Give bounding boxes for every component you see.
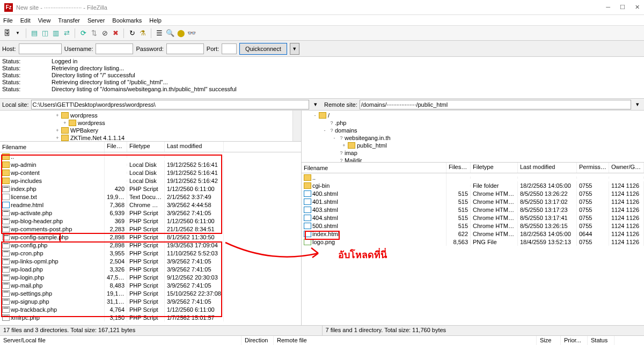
file-row[interactable]: wp-login.php47,597PHP Script9/12/2562 20…	[0, 273, 301, 281]
refresh-icon[interactable]: ⟳	[78, 28, 88, 38]
file-row[interactable]: wp-adminLocal Disk19/12/2562 5:16:41	[0, 160, 301, 168]
tree-node[interactable]: +wordpress	[0, 119, 301, 127]
tree-node[interactable]: ?Maildir	[302, 157, 644, 163]
password-input[interactable]	[166, 43, 204, 54]
search-icon[interactable]: 🔍	[165, 28, 175, 38]
file-row[interactable]: wp-mail.php8,483PHP Script3/9/2562 7:41:…	[0, 281, 301, 289]
scrollbar[interactable]	[292, 111, 301, 141]
toggle-tree-icon[interactable]: ◫	[40, 28, 50, 38]
tree-node[interactable]: +wordpress	[0, 112, 301, 119]
qcol-priority[interactable]: Prior...	[561, 336, 588, 345]
remote-pane: -/?.php-?domains-?websitegang.in.th+publ…	[302, 111, 644, 325]
file-row[interactable]: wp-blog-header.php369PHP Script1/12/2560…	[0, 217, 301, 225]
file-row[interactable]: 401.shtml515Chrome HTML D...8/5/2550 13:…	[302, 197, 644, 205]
menu-transfer[interactable]: Transfer	[58, 17, 80, 24]
file-row[interactable]: wp-includesLocal Disk19/12/2562 5:16:42	[0, 177, 301, 185]
local-path-input[interactable]	[31, 100, 309, 109]
file-row[interactable]: 404.shtml515Chrome HTML D...8/5/2550 13:…	[302, 214, 644, 222]
username-input[interactable]	[96, 43, 133, 54]
col-filesize[interactable]: Filesize	[447, 163, 471, 173]
tree-node[interactable]: -/	[302, 112, 644, 119]
col-filesize[interactable]: Filesize	[105, 142, 127, 152]
remote-tree[interactable]: -/?.php-?domains-?websitegang.in.th+publ…	[302, 111, 644, 163]
maximize-icon[interactable]: ☐	[620, 4, 625, 11]
file-row[interactable]: wp-settings.php19,120PHP Script15/10/256…	[0, 289, 301, 297]
port-input[interactable]	[222, 43, 237, 54]
file-row[interactable]: wp-links-opml.php2,504PHP Script3/9/2562…	[0, 257, 301, 265]
toggle-queue-icon[interactable]: ▥	[51, 28, 61, 38]
binoculars-icon[interactable]: 👓	[187, 28, 196, 38]
toggle-log-icon[interactable]: ▤	[30, 28, 39, 38]
quickconnect-history-button[interactable]: ▼	[290, 43, 299, 55]
file-row[interactable]: ..	[0, 152, 301, 160]
file-row[interactable]: 403.shtml515Chrome HTML D...8/5/2550 13:…	[302, 205, 644, 214]
qcol-size[interactable]: Size	[537, 336, 561, 345]
qcol-server-local[interactable]: Server/Local file	[0, 336, 241, 345]
remote-path-dropdown-icon[interactable]: ▾	[633, 101, 642, 108]
remote-path-input[interactable]	[360, 100, 631, 109]
close-icon[interactable]: ✕	[635, 4, 640, 11]
qcol-remote-file[interactable]: Remote file	[274, 336, 537, 345]
qcol-direction[interactable]: Direction	[241, 336, 274, 345]
file-row[interactable]: wp-trackback.php4,764PHP Script1/12/2560…	[0, 305, 301, 313]
menu-file[interactable]: File	[3, 17, 13, 24]
tree-node[interactable]: +WPBakery	[0, 127, 301, 134]
file-row[interactable]: license.txt19,935Text Docum...2/1/2562 3…	[0, 193, 301, 201]
col-owner-group[interactable]: Owner/Group	[609, 163, 644, 173]
file-row[interactable]: wp-load.php3,326PHP Script3/9/2562 7:41:…	[0, 265, 301, 273]
tree-node[interactable]: +ZKTime.Net 4.1.1.14	[0, 134, 301, 142]
site-manager-icon[interactable]: 🗄	[2, 28, 12, 38]
tree-node[interactable]: ?imap	[302, 149, 644, 157]
menu-bookmarks[interactable]: Bookmarks	[112, 17, 142, 24]
host-input[interactable]	[19, 43, 62, 54]
file-row[interactable]: wp-comments-post.php2,283PHP Script21/1/…	[0, 225, 301, 233]
file-row[interactable]: wp-config.php2,898PHP Script19/3/2563 17…	[0, 241, 301, 249]
file-row[interactable]: 400.shtml515Chrome HTML D...8/5/2550 13:…	[302, 189, 644, 197]
sync-browse-icon[interactable]: ⬤	[176, 28, 186, 38]
menu-help[interactable]: Help	[149, 17, 162, 24]
tree-node[interactable]: -?domains	[302, 127, 644, 134]
file-row[interactable]: wp-contentLocal Disk19/12/2562 5:16:41	[0, 168, 301, 177]
file-row[interactable]: cgi-binFile folder18/2/2563 14:05:000755…	[302, 181, 644, 189]
local-file-list[interactable]: Filename Filesize Filetype Last modified…	[0, 142, 301, 325]
host-label: Host:	[2, 46, 16, 52]
file-row[interactable]: logo.png8,563PNG File18/4/2559 13:52:130…	[302, 238, 644, 246]
menu-server[interactable]: Server	[87, 17, 105, 24]
col-permissions[interactable]: Permissions	[577, 163, 609, 173]
disconnect-icon[interactable]: ✖	[111, 28, 120, 38]
tree-node[interactable]: -?websitegang.in.th	[302, 134, 644, 142]
file-row[interactable]: wp-cron.php3,955PHP Script11/10/2562 5:5…	[0, 249, 301, 257]
file-row[interactable]: xmlrpc.php3,150PHP Script1/7/2562 15:01:…	[0, 313, 301, 321]
file-row[interactable]: wp-activate.php6,939PHP Script3/9/2562 7…	[0, 209, 301, 217]
local-tree[interactable]: +wordpress+wordpress+WPBakery+ZKTime.Net…	[0, 111, 301, 142]
col-filename[interactable]: Filename	[0, 142, 105, 152]
file-row[interactable]: index.html622Chrome HTML D...18/2/2563 1…	[302, 230, 644, 238]
file-row[interactable]: index.php420PHP Script1/12/2560 6:11:00	[0, 185, 301, 193]
menu-edit[interactable]: Edit	[20, 17, 31, 24]
col-filetype[interactable]: Filetype	[127, 142, 165, 152]
file-row[interactable]: readme.html7,368Chrome HT...3/9/2562 4:4…	[0, 201, 301, 209]
compare-icon[interactable]: ☰	[155, 28, 164, 38]
cancel-icon[interactable]: ⊘	[100, 28, 109, 38]
minimize-icon[interactable]: ─	[606, 4, 610, 11]
reconnect-icon[interactable]: ↻	[127, 28, 137, 38]
file-row[interactable]: wp-config-sample.php2,898PHP Script8/1/2…	[0, 233, 301, 241]
col-lastmod[interactable]: Last modified	[518, 163, 577, 173]
qcol-status[interactable]: Status	[588, 336, 614, 345]
tree-node[interactable]: +public_html	[302, 142, 644, 149]
file-row[interactable]: ..	[302, 173, 644, 181]
tree-node[interactable]: ?.php	[302, 119, 644, 127]
toggle-sync-icon[interactable]: ⇄	[62, 28, 71, 38]
col-filename[interactable]: Filename	[302, 163, 447, 173]
dropdown-icon[interactable]: ▼	[13, 28, 23, 38]
quickconnect-button[interactable]: Quickconnect	[239, 43, 287, 55]
menu-view[interactable]: View	[38, 17, 51, 24]
file-row[interactable]: wp-signup.php31,112PHP Script3/9/2562 7:…	[0, 297, 301, 305]
file-row[interactable]: 500.shtml515Chrome HTML D...8/5/2550 13:…	[302, 222, 644, 230]
filter-icon[interactable]: ⚗	[138, 28, 148, 38]
remote-file-list[interactable]: Filename Filesize Filetype Last modified…	[302, 163, 644, 325]
local-path-dropdown-icon[interactable]: ▾	[311, 101, 320, 108]
process-queue-icon[interactable]: ⇅	[89, 28, 99, 38]
col-lastmod[interactable]: Last modified	[165, 142, 224, 152]
col-filetype[interactable]: Filetype	[471, 163, 518, 173]
